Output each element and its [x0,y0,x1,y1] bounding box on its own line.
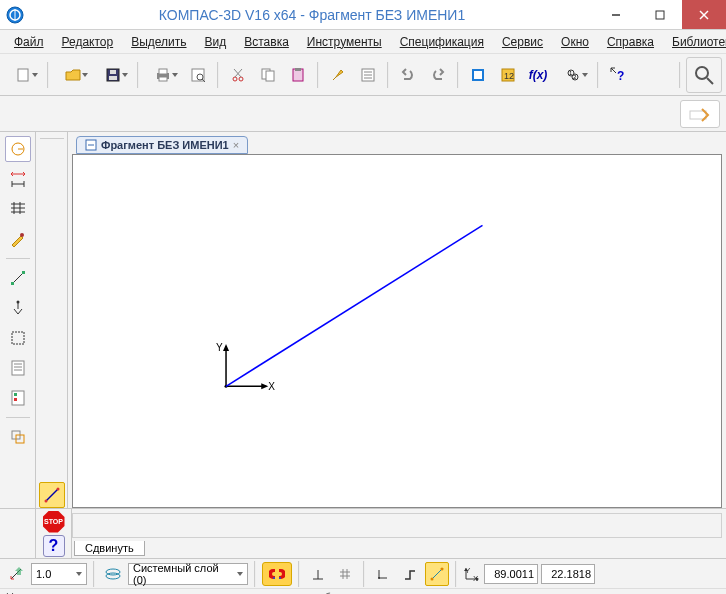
context-help-button[interactable]: ? [604,61,632,89]
svg-point-91 [378,577,380,579]
properties-button[interactable] [354,61,382,89]
menu-window[interactable]: Окно [553,33,597,51]
property-tab-move[interactable]: Сдвинуть [74,541,145,556]
menu-service[interactable]: Сервис [494,33,551,51]
svg-text:Y: Y [216,342,223,353]
help-button[interactable]: ? [43,535,65,557]
tool-spec[interactable] [5,355,31,381]
snap-perpendicular[interactable] [306,562,330,586]
tool-edit[interactable] [5,226,31,252]
zoom-button[interactable] [686,57,722,93]
cut-button[interactable] [224,61,252,89]
save-button[interactable] [94,61,132,89]
redo-button[interactable] [424,61,452,89]
undo-button[interactable] [394,61,422,89]
document-tabs: Фрагмент БЕЗ ИМЕНИ1 × [68,132,726,154]
axes-icon: Y X [216,342,275,392]
tool-geometry[interactable] [5,136,31,162]
svg-text:12: 12 [504,71,514,81]
menu-editor[interactable]: Редактор [54,33,122,51]
tool-measure[interactable] [5,295,31,321]
separator [597,62,599,88]
scale-combo[interactable]: 1.0 [31,563,87,585]
state-button[interactable]: 12 [554,61,592,89]
tool-insert[interactable] [5,424,31,450]
svg-point-51 [20,233,24,237]
separator [679,62,681,88]
tool-parametrize[interactable] [5,265,31,291]
preview-button[interactable] [184,61,212,89]
snap-grid[interactable] [333,562,357,586]
layers-button[interactable] [101,562,125,586]
document-tab-label: Фрагмент БЕЗ ИМЕНИ1 [101,139,229,151]
minimize-button[interactable] [594,0,638,29]
separator [40,138,64,139]
menu-specification[interactable]: Спецификация [392,33,492,51]
menu-insert[interactable]: Вставка [236,33,297,51]
stop-button[interactable]: STOP [43,511,65,533]
paste-button[interactable] [284,61,312,89]
open-button[interactable] [54,61,92,89]
separator [217,62,219,88]
tool-line-active[interactable] [39,482,65,508]
svg-rect-30 [474,71,482,79]
svg-point-94 [441,567,444,570]
secondary-toolbar [0,96,726,132]
library-manager-button[interactable] [464,61,492,89]
variables-button[interactable]: 12 [494,61,522,89]
svg-rect-62 [14,393,17,396]
brush-button[interactable] [324,61,352,89]
svg-rect-56 [12,332,24,344]
ortho-button[interactable] [398,562,422,586]
status-toolbar: 1.0 Системный слой (0) YX [0,558,726,588]
svg-rect-9 [109,76,117,80]
separator [254,561,256,587]
round-button[interactable] [425,562,449,586]
snap-toggle[interactable] [262,562,292,586]
edit-mode-button[interactable] [680,100,720,128]
layer-combo[interactable]: Системный слой (0) [128,563,248,585]
menu-view[interactable]: Вид [197,33,235,51]
tool-select[interactable] [5,325,31,351]
menu-instruments[interactable]: Инструменты [299,33,390,51]
snap-step-button[interactable] [4,562,28,586]
separator [455,561,457,587]
separator [47,62,49,88]
tool-dimensions[interactable] [5,166,31,192]
local-cs-button[interactable] [371,562,395,586]
left-toolbar [0,132,36,508]
close-button[interactable] [682,0,726,29]
tool-options-panel [36,132,68,508]
menu-help[interactable]: Справка [599,33,662,51]
new-button[interactable] [4,61,42,89]
document-tab[interactable]: Фрагмент БЕЗ ИМЕНИ1 × [76,136,248,154]
copy-button[interactable] [254,61,282,89]
svg-rect-53 [11,282,14,285]
left-spacer [0,509,36,558]
separator [6,417,30,418]
menu-select[interactable]: Выделить [123,33,194,51]
svg-line-20 [234,69,241,77]
svg-rect-40 [690,111,706,119]
svg-point-80 [106,573,120,579]
menu-file[interactable]: Файл [6,33,52,51]
menubar: Файл Редактор Выделить Вид Вставка Инстр… [0,30,726,54]
drawing-canvas[interactable]: Y X [72,154,722,508]
svg-point-18 [239,77,243,81]
print-button[interactable] [144,61,182,89]
svg-rect-4 [656,11,664,19]
separator [93,561,95,587]
svg-rect-81 [273,577,275,579]
tool-notation[interactable] [5,196,31,222]
coord-x-field[interactable] [484,564,538,584]
svg-point-17 [233,77,237,81]
tool-reports[interactable] [5,385,31,411]
app-icon [6,6,24,24]
coord-y-field[interactable] [541,564,595,584]
close-tab-button[interactable]: × [233,139,239,151]
menu-libraries[interactable]: Библиотеки [664,33,726,51]
maximize-button[interactable] [638,0,682,29]
fx-button[interactable]: f(x) [524,61,552,89]
separator [137,62,139,88]
svg-rect-57 [12,361,24,375]
